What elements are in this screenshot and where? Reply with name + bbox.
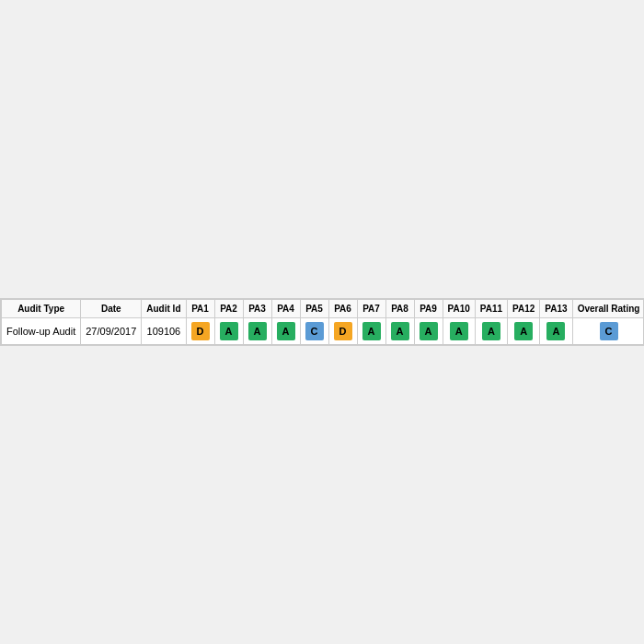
header-date: Date xyxy=(81,300,142,318)
badge-pa13: A xyxy=(546,322,565,340)
cell-pa11: A xyxy=(475,318,507,345)
cell-overall: C xyxy=(572,318,644,345)
badge-pa2: A xyxy=(220,322,238,340)
header-pa3: PA3 xyxy=(243,300,271,318)
badge-pa11: A xyxy=(482,322,500,340)
cell-date: 27/09/2017 xyxy=(81,318,142,345)
cell-pa9: A xyxy=(414,318,443,345)
badge-pa4: A xyxy=(277,322,295,340)
header-pa4: PA4 xyxy=(271,300,300,318)
cell-pa1: D xyxy=(186,318,214,345)
cell-audit-id: 109106 xyxy=(142,318,186,345)
badge-pa8: A xyxy=(391,322,409,340)
cell-pa3: A xyxy=(243,318,271,345)
audit-table: Audit Type Date Audit Id PA1 PA2 PA3 PA4… xyxy=(1,299,644,345)
badge-pa9: A xyxy=(420,322,438,340)
header-audit-type: Audit Type xyxy=(2,300,81,318)
header-pa11: PA11 xyxy=(475,300,507,318)
badge-pa1: D xyxy=(191,322,210,340)
table-row: Follow-up Audit 27/09/2017 109106 D A A … xyxy=(2,318,645,345)
header-pa12: PA12 xyxy=(508,300,540,318)
cell-pa13: A xyxy=(540,318,572,345)
header-audit-id: Audit Id xyxy=(142,300,186,318)
table-header-row: Audit Type Date Audit Id PA1 PA2 PA3 PA4… xyxy=(2,300,645,318)
cell-pa2: A xyxy=(214,318,243,345)
audit-table-wrapper: Audit Type Date Audit Id PA1 PA2 PA3 PA4… xyxy=(0,298,644,346)
header-pa9: PA9 xyxy=(414,300,443,318)
cell-pa10: A xyxy=(443,318,475,345)
cell-pa12: A xyxy=(508,318,540,345)
header-pa6: PA6 xyxy=(328,300,357,318)
header-pa13: PA13 xyxy=(540,300,572,318)
header-pa2: PA2 xyxy=(214,300,243,318)
cell-audit-type: Follow-up Audit xyxy=(2,318,81,345)
badge-pa6: D xyxy=(334,322,352,340)
header-pa7: PA7 xyxy=(357,300,385,318)
cell-pa5: C xyxy=(300,318,328,345)
badge-overall: C xyxy=(600,322,618,340)
cell-pa4: A xyxy=(271,318,300,345)
badge-pa10: A xyxy=(450,322,468,340)
cell-pa8: A xyxy=(385,318,414,345)
header-overall-rating: Overall Rating xyxy=(572,300,644,318)
header-pa8: PA8 xyxy=(385,300,414,318)
badge-pa3: A xyxy=(248,322,267,340)
header-pa1: PA1 xyxy=(186,300,214,318)
header-pa10: PA10 xyxy=(443,300,475,318)
cell-pa7: A xyxy=(357,318,385,345)
badge-pa12: A xyxy=(514,322,533,340)
header-pa5: PA5 xyxy=(300,300,328,318)
cell-pa6: D xyxy=(328,318,357,345)
badge-pa5: C xyxy=(305,322,324,340)
badge-pa7: A xyxy=(362,322,381,340)
